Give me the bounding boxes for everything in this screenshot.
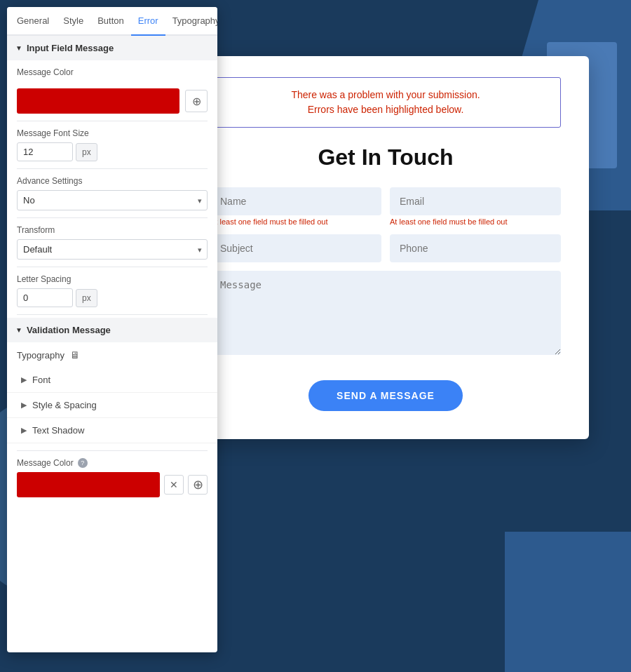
bottom-message-color-label: Message Color bbox=[17, 458, 74, 468]
close-color-button[interactable]: ✕ bbox=[164, 475, 184, 495]
form-title: Get In Touch bbox=[210, 145, 561, 170]
text-shadow-chevron-icon: ▶ bbox=[21, 426, 27, 435]
validation-message-section[interactable]: ▼ Validation Message bbox=[7, 318, 217, 342]
message-font-size-label: Message Font Size bbox=[17, 128, 208, 138]
letter-spacing-input[interactable] bbox=[17, 288, 73, 307]
name-error-msg: At least one field must be filled out bbox=[210, 217, 381, 226]
font-sub-item[interactable]: ▶ Font bbox=[7, 368, 217, 393]
email-error-msg: At least one field must be filled out bbox=[390, 217, 561, 226]
validation-section-title: Validation Message bbox=[27, 325, 111, 335]
phone-input[interactable] bbox=[390, 234, 561, 262]
subject-input[interactable] bbox=[210, 234, 381, 262]
message-font-size-field: Message Font Size px bbox=[7, 121, 217, 168]
tab-button[interactable]: Button bbox=[90, 7, 131, 36]
tab-general[interactable]: General bbox=[10, 7, 56, 36]
letter-spacing-field: Letter Spacing px bbox=[7, 267, 217, 314]
message-row bbox=[210, 271, 561, 372]
message-font-size-input[interactable] bbox=[17, 142, 73, 161]
style-spacing-sub-item[interactable]: ▶ Style & Spacing bbox=[7, 393, 217, 418]
message-font-size-unit: px bbox=[76, 143, 97, 161]
advance-settings-select[interactable]: No Yes bbox=[17, 190, 208, 210]
name-field-wrap: At least one field must be filled out bbox=[210, 187, 381, 226]
message-color-swatch-row: ⊕ bbox=[7, 88, 217, 121]
subject-field-wrap bbox=[210, 234, 381, 262]
form-panel: There was a problem with your submission… bbox=[182, 56, 589, 439]
transform-field: Transform Default Uppercase Lowercase Ca… bbox=[7, 218, 217, 267]
bg-shape-bottom-right bbox=[505, 532, 631, 672]
settings-panel: General Style Button Error Typography D.… bbox=[7, 7, 217, 652]
text-shadow-sub-item[interactable]: ▶ Text Shadow bbox=[7, 418, 217, 443]
bottom-color-label-row: Message Color ? bbox=[17, 458, 208, 468]
error-banner: There was a problem with your submission… bbox=[210, 77, 561, 128]
email-field-wrap: At least one field must be filled out bbox=[390, 187, 561, 226]
section-title: Input Field Message bbox=[27, 43, 114, 53]
bottom-color-swatch[interactable] bbox=[17, 472, 160, 497]
name-input[interactable] bbox=[210, 187, 381, 215]
letter-spacing-unit: px bbox=[76, 289, 97, 307]
advance-settings-field: Advance Settings No Yes bbox=[7, 169, 217, 217]
error-banner-text: There was a problem with your submission… bbox=[225, 88, 546, 117]
transform-select[interactable]: Default Uppercase Lowercase Capitalize bbox=[17, 239, 208, 260]
advance-settings-label: Advance Settings bbox=[17, 176, 208, 186]
bottom-color-row: ✕ ⊕ bbox=[17, 472, 208, 497]
style-spacing-chevron-icon: ▶ bbox=[21, 401, 27, 410]
error-line1: There was a problem with your submission… bbox=[225, 88, 546, 102]
typography-label: Typography bbox=[17, 350, 65, 361]
add-color-button[interactable]: ⊕ bbox=[188, 475, 208, 495]
message-textarea[interactable] bbox=[210, 271, 561, 355]
message-color-label: Message Color bbox=[17, 67, 208, 77]
text-shadow-label: Text Shadow bbox=[32, 425, 84, 436]
letter-spacing-label: Letter Spacing bbox=[17, 274, 208, 284]
tab-typography[interactable]: Typography bbox=[165, 7, 217, 36]
name-email-row: At least one field must be filled out At… bbox=[210, 187, 561, 226]
submit-button[interactable]: SEND A MESSAGE bbox=[308, 380, 463, 411]
help-icon[interactable]: ? bbox=[78, 458, 88, 468]
style-spacing-label: Style & Spacing bbox=[32, 400, 97, 410]
message-color-swatch[interactable] bbox=[17, 88, 179, 114]
font-label: Font bbox=[32, 375, 50, 385]
bottom-color-section: Message Color ? ✕ ⊕ bbox=[7, 451, 217, 504]
tab-style[interactable]: Style bbox=[56, 7, 90, 36]
typography-row: Typography 🖥 bbox=[7, 342, 217, 368]
message-color-field: Message Color bbox=[7, 60, 217, 88]
monitor-icon: 🖥 bbox=[70, 349, 80, 361]
email-input[interactable] bbox=[390, 187, 561, 215]
phone-field-wrap bbox=[390, 234, 561, 262]
subject-phone-row bbox=[210, 234, 561, 262]
input-field-message-section[interactable]: ▼ Input Field Message bbox=[7, 36, 217, 60]
tab-error[interactable]: Error bbox=[131, 7, 165, 36]
color-picker-icon[interactable]: ⊕ bbox=[185, 90, 208, 112]
error-line2: Errors have been highlighted below. bbox=[225, 102, 546, 117]
transform-label: Transform bbox=[17, 225, 208, 235]
validation-arrow-down: ▼ bbox=[15, 326, 22, 334]
font-chevron-icon: ▶ bbox=[21, 375, 27, 384]
tabs-bar: General Style Button Error Typography D.… bbox=[7, 7, 217, 36]
section-arrow-down: ▼ bbox=[15, 44, 22, 52]
